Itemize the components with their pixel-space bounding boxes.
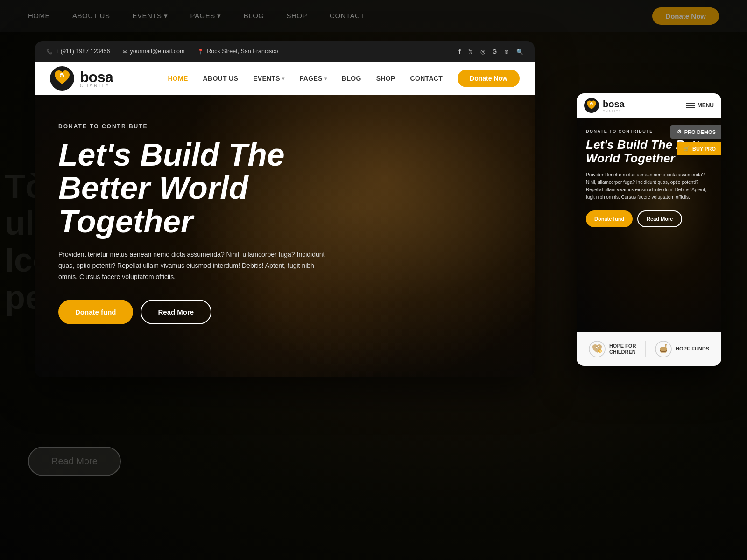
phone-info: + (911) 1987 123456	[46, 48, 110, 55]
read-more-button[interactable]: Read More	[141, 300, 212, 324]
mobile-nav: bosa CHARITY MENU	[577, 93, 721, 118]
nav-about[interactable]: ABOUT US	[203, 75, 239, 82]
hope-children-text: HOPE FORCHILDREN	[609, 343, 636, 355]
nav-links: HOME ABOUT US EVENTS ▾ PAGES ▾ BLOG SHOP…	[168, 70, 520, 87]
blur-nav-shop: SHOP	[287, 12, 308, 20]
mobile-menu-button[interactable]: MENU	[686, 102, 714, 109]
pin-icon	[197, 49, 204, 55]
blur-nav-home: HOME	[28, 12, 50, 20]
logo: bosa CHARITY	[50, 66, 113, 91]
google-icon[interactable]	[493, 48, 497, 55]
hero-section: DONATE TO CONTRIBUTE Let's Build The Bet…	[35, 95, 535, 377]
hero-tag: DONATE TO CONTRIBUTE	[58, 123, 366, 130]
logo-icon	[50, 66, 74, 91]
blur-nav-links: HOME ABOUT US EVENTS ▾ PAGES ▾ BLOG SHOP…	[28, 12, 365, 20]
blur-nav-pages: PAGES ▾	[190, 12, 221, 20]
nav-shop[interactable]: SHOP	[376, 75, 395, 82]
gear-icon	[677, 129, 682, 135]
mobile-logo-text-area: bosa CHARITY	[603, 99, 625, 112]
mail-icon	[123, 49, 127, 55]
email-info: yourmail@email.com	[123, 48, 184, 55]
mobile-card: bosa CHARITY MENU PRO DEMOS BUY PRO DONA…	[577, 93, 721, 366]
pinterest-icon[interactable]	[504, 48, 509, 55]
hero-content: DONATE TO CONTRIBUTE Let's Build The Bet…	[58, 123, 366, 324]
hero-description: Provident tenetur metus aenean nemo dict…	[58, 249, 329, 282]
mobile-logo: bosa CHARITY	[584, 98, 625, 113]
twitter-icon[interactable]	[468, 48, 473, 55]
desktop-browser-card: + (911) 1987 123456 yourmail@email.com R…	[35, 41, 535, 377]
nav-blog[interactable]: BLOG	[342, 75, 361, 82]
mobile-hero-description: Provident tenetur metus aenean nemo dict…	[586, 171, 712, 201]
svg-point-12	[665, 344, 667, 346]
cart-icon	[683, 146, 690, 152]
blur-nav-blog: BLOG	[244, 12, 264, 20]
donate-fund-button[interactable]: Donate fund	[58, 300, 133, 324]
mobile-hero-section: PRO DEMOS BUY PRO DONATE TO CONTRIBUTE L…	[577, 118, 721, 332]
mobile-partner-logos: ♡ HOPE FORCHILDREN HOPE FUNDS	[577, 332, 721, 366]
logo-divider	[645, 341, 646, 357]
logo-sub: CHARITY	[80, 83, 113, 88]
hope-children-icon: ♡	[589, 341, 606, 357]
hope-funds-logo: HOPE FUNDS	[655, 341, 709, 357]
main-nav: bosa CHARITY HOME ABOUT US EVENTS ▾ PAGE…	[35, 62, 535, 95]
nav-pages[interactable]: PAGES ▾	[299, 75, 327, 82]
nav-home[interactable]: HOME	[168, 75, 188, 82]
address-info: Rock Street, San Francisco	[197, 48, 278, 55]
hamburger-icon	[686, 103, 695, 108]
mobile-logo-name: bosa	[603, 99, 625, 110]
mobile-read-more-button[interactable]: Read More	[637, 210, 682, 227]
blur-nav-contact: CONTACT	[330, 12, 365, 20]
hero-buttons: Donate fund Read More	[58, 300, 366, 324]
blur-top-nav: HOME ABOUT US EVENTS ▾ PAGES ▾ BLOG SHOP…	[0, 0, 747, 32]
info-bar-social	[458, 48, 523, 55]
mobile-hero-buttons: Donate fund Read More	[586, 210, 712, 227]
donate-now-button[interactable]: Donate Now	[458, 70, 520, 87]
blur-nav-about: ABOUT US	[72, 12, 110, 20]
blur-donate-button: Donate Now	[652, 7, 719, 25]
logo-text-area: bosa CHARITY	[80, 69, 113, 88]
pro-demos-button[interactable]: PRO DEMOS	[670, 125, 721, 139]
hero-title: Let's Build The Better World Together	[58, 138, 366, 238]
mobile-logo-sub: CHARITY	[603, 110, 625, 112]
nav-events[interactable]: EVENTS ▾	[253, 75, 284, 82]
mobile-logo-icon	[584, 98, 599, 113]
hope-funds-text: HOPE FUNDS	[676, 346, 709, 352]
phone-icon	[46, 49, 53, 55]
buy-pro-button[interactable]: BUY PRO	[677, 142, 721, 155]
info-bar-left: + (911) 1987 123456 yourmail@email.com R…	[46, 48, 278, 55]
pro-demos-label: PRO DEMOS	[684, 129, 716, 135]
search-icon[interactable]	[516, 48, 523, 55]
blur-bottom-read-more: Read More	[28, 447, 121, 476]
facebook-icon[interactable]	[458, 48, 460, 55]
nav-contact[interactable]: CONTACT	[410, 75, 443, 82]
hope-for-children-logo: ♡ HOPE FORCHILDREN	[589, 341, 636, 357]
menu-label: MENU	[698, 102, 714, 109]
info-bar: + (911) 1987 123456 yourmail@email.com R…	[35, 41, 535, 62]
hope-funds-icon	[655, 341, 672, 357]
instagram-icon[interactable]	[480, 48, 485, 55]
mobile-donate-button[interactable]: Donate fund	[586, 210, 633, 227]
buy-pro-label: BUY PRO	[692, 146, 716, 152]
blur-nav-events: EVENTS ▾	[132, 12, 168, 20]
